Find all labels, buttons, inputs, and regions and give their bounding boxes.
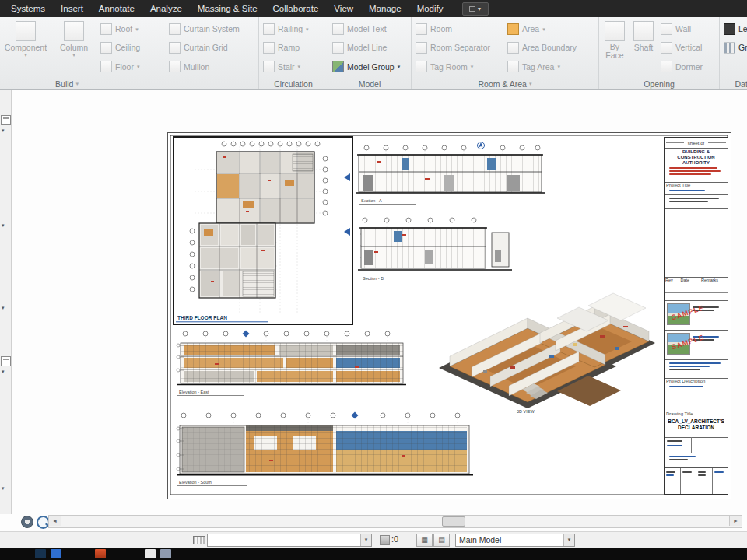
menu-tab-collaborate[interactable]: Collaborate: [265, 0, 327, 17]
chevron-down-icon: ▾: [557, 64, 560, 69]
railing-button[interactable]: Railing ▾: [261, 23, 324, 36]
grid-button[interactable]: Grid: [721, 41, 747, 54]
wall-opening-button[interactable]: Wall: [658, 23, 714, 36]
filter-rows-button[interactable]: ▤: [433, 534, 450, 547]
design-options-combobox[interactable]: Main Model ▾: [455, 534, 575, 547]
level-button[interactable]: Level ▾: [721, 23, 747, 36]
chevron-down-icon: ▾: [478, 5, 481, 12]
properties-palette-icon[interactable]: [1, 356, 11, 366]
status-filter-combobox[interactable]: ▾: [207, 534, 372, 547]
drawing-area[interactable]: ▾ ▾ ▾ ▾ ▾: [0, 90, 747, 531]
viewport-section-a[interactable]: Section - A: [356, 142, 545, 205]
chevron-down-icon: ▾: [471, 64, 474, 69]
menu-tab-view[interactable]: View: [326, 0, 361, 17]
component-button[interactable]: Component ▾: [2, 18, 50, 78]
taskbar-app-icon[interactable]: [35, 549, 46, 558]
menu-tab-modify[interactable]: Modify: [409, 0, 451, 17]
elevation-south-title: Elevation - South: [179, 480, 212, 485]
scroll-left-arrow[interactable]: ◄: [49, 516, 61, 526]
drawing-title-label: Drawing Title: [665, 411, 728, 417]
tag-area-button[interactable]: Tag Area ▾: [505, 60, 592, 73]
menu-tab-massing-site[interactable]: Massing & Site: [190, 0, 265, 17]
ramp-icon: [263, 42, 275, 54]
room-button[interactable]: Room: [413, 23, 505, 36]
menu-tab-analyze[interactable]: Analyze: [142, 0, 190, 17]
model-line-icon: [332, 42, 344, 54]
panel-label-room-area[interactable]: Room & Area ▾: [412, 78, 598, 89]
area-button[interactable]: Area ▾: [505, 23, 592, 36]
chevron-down-icon[interactable]: ▾: [2, 369, 5, 375]
model-line-button[interactable]: Model Line: [330, 41, 408, 54]
panel-label-build[interactable]: Build ▾: [0, 78, 258, 89]
chevron-down-icon[interactable]: ▾: [2, 485, 5, 492]
shaft-button[interactable]: Shaft: [629, 18, 658, 78]
design-option-value: Main Model: [459, 535, 501, 544]
chevron-down-icon[interactable]: ▾: [563, 534, 574, 546]
sheet-view[interactable]: THIRD FLOOR PLAN: [167, 132, 731, 499]
dormer-button[interactable]: Dormer: [658, 60, 714, 73]
viewport-3d-view[interactable]: 3D VIEW: [439, 293, 655, 415]
viewport-elevation-south[interactable]: Elevation - South: [177, 411, 473, 485]
menu-tab-systems[interactable]: Systems: [3, 0, 53, 17]
curtain-system-button[interactable]: Curtain System: [167, 23, 251, 36]
text-line: [698, 471, 706, 473]
authority-name-line1: BUILDING & CONSTRUCTION: [665, 149, 728, 160]
viewport-elevation-east[interactable]: Elevation - East: [177, 330, 406, 395]
text-line: [682, 471, 692, 473]
date-header: Date: [679, 277, 700, 300]
ribbon: Component ▾ Column ▾ Roof ▾: [0, 17, 747, 90]
tag-room-button[interactable]: Tag Room ▾: [413, 60, 505, 73]
vertical-opening-button[interactable]: Vertical: [658, 41, 714, 54]
title-block[interactable]: sheet of BUILDING & CONSTRUCTION AUTHORI…: [664, 137, 728, 495]
titleblock-authority-row: BUILDING & CONSTRUCTION AUTHORITY: [665, 148, 728, 183]
mullion-button[interactable]: Mullion: [167, 60, 251, 73]
curtain-grid-button[interactable]: Curtain Grid: [167, 41, 251, 54]
chevron-down-icon[interactable]: ▾: [2, 305, 5, 311]
scroll-right-arrow[interactable]: ►: [729, 516, 742, 526]
taskbar-app-icon[interactable]: [95, 549, 106, 558]
model-text-button[interactable]: Model Text: [330, 23, 408, 36]
menu-tab-insert[interactable]: Insert: [53, 0, 91, 17]
chevron-down-icon: ▾: [542, 26, 545, 32]
chevron-down-icon: ▾: [398, 64, 401, 69]
roof-button[interactable]: Roof ▾: [98, 23, 167, 36]
roof-icon: [100, 23, 112, 35]
viewport-floor-plan[interactable]: THIRD FLOOR PLAN: [174, 137, 352, 324]
model-group-button[interactable]: Model Group ▾: [330, 60, 408, 73]
horizontal-scrollbar[interactable]: ◄ ►: [48, 515, 742, 528]
floor-button[interactable]: Floor ▾: [98, 60, 167, 73]
room-separator-button[interactable]: Room Separator: [413, 41, 505, 54]
menu-tab-manage[interactable]: Manage: [361, 0, 409, 17]
scrollbar-thumb[interactable]: [442, 516, 465, 527]
ribbon-minimize-button[interactable]: ▾: [462, 2, 489, 16]
menu-tab-annotate[interactable]: Annotate: [91, 0, 142, 17]
viewport-section-b[interactable]: Section - B: [358, 218, 512, 282]
titleblock-revision-table: Rev Date Remarks: [665, 277, 728, 301]
taskbar-app-icon[interactable]: [51, 549, 61, 558]
taskbar-app-icon[interactable]: [160, 549, 171, 558]
by-face-button[interactable]: By Face: [601, 18, 629, 78]
room-separator-label: Room Separator: [430, 43, 490, 52]
titleblock-photo-row-1: SAMPLE: [665, 300, 728, 331]
ramp-button[interactable]: Ramp: [261, 41, 324, 54]
filter-grid-button[interactable]: ▦: [416, 534, 433, 547]
text-line: [669, 459, 688, 460]
taskbar-app-icon[interactable]: [145, 549, 156, 558]
area-boundary-label: Area Boundary: [522, 43, 577, 52]
datum-label: Datum: [735, 79, 747, 89]
area-boundary-button[interactable]: Area Boundary: [505, 41, 592, 54]
ceiling-button[interactable]: Ceiling: [98, 41, 167, 54]
model-line-label: Model Line: [347, 43, 387, 52]
ribbon-panel-datum: Level ▾ Grid Datum: [720, 17, 747, 89]
section-b-title: Section - B: [363, 276, 384, 281]
chevron-down-icon[interactable]: ▾: [2, 222, 5, 229]
workset-icon[interactable]: [380, 535, 390, 545]
steering-wheel-icon[interactable]: [21, 516, 33, 528]
stair-button[interactable]: Stair ▾: [261, 60, 324, 73]
project-browser-icon[interactable]: [1, 115, 11, 125]
build-label: Build: [55, 79, 73, 89]
model-group-label: Model Group: [347, 62, 395, 72]
chevron-down-icon[interactable]: ▾: [360, 534, 371, 546]
chevron-down-icon[interactable]: ▾: [2, 128, 5, 134]
column-button[interactable]: Column ▾: [50, 18, 98, 78]
